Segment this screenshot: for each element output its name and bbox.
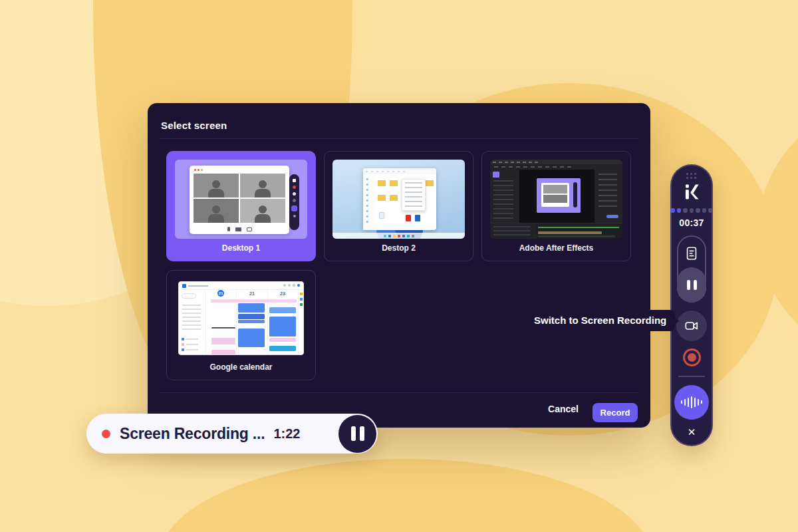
- avatar: [208, 214, 224, 223]
- avatar: [212, 180, 220, 188]
- video-tile: [543, 195, 567, 203]
- windows-taskbar: [332, 233, 465, 239]
- mini-close-icon: [293, 215, 296, 217]
- record-button[interactable]: Record: [593, 403, 638, 422]
- tooltip-switch-to-screen-recording: Switch to Screen Recording: [525, 310, 675, 331]
- participant-tile: [194, 174, 239, 198]
- screen-card-google-calendar[interactable]: 21 21 23: [166, 270, 316, 380]
- ae-project-panel: [490, 170, 519, 223]
- participant-tile: [240, 199, 285, 223]
- calendar-addons-rail: [298, 290, 303, 354]
- event-block: [238, 303, 265, 313]
- mini-camera-icon: [293, 199, 296, 202]
- event-block: [238, 320, 265, 323]
- select-screen-modal: Select screen: [148, 103, 650, 428]
- avatar: [259, 180, 267, 188]
- script-notes-button[interactable]: [678, 237, 705, 270]
- mini-record-icon: [293, 186, 296, 189]
- now-line: [211, 327, 235, 329]
- recording-label: Screen Recording ...: [120, 425, 265, 443]
- call-controls: [190, 227, 289, 231]
- progress-dot: [702, 208, 707, 213]
- ae-effects-panel: [595, 170, 622, 223]
- record-icon: [688, 353, 696, 362]
- drag-handle[interactable]: [686, 173, 697, 180]
- avatar: [259, 205, 267, 213]
- taskbar-icon: [402, 235, 405, 237]
- taskbar-icon: [384, 235, 386, 237]
- taskbar-icon: [407, 235, 410, 237]
- drag-handle-dot: [694, 173, 696, 175]
- traffic-light-red: [194, 169, 196, 171]
- drag-handle-dot: [690, 173, 692, 175]
- script-notes-icon: [684, 246, 699, 261]
- ae-comp-mini-toolbar: [573, 182, 577, 207]
- mini-recorder-toolbar: [289, 174, 299, 230]
- switch-to-screen-recording-button[interactable]: [676, 311, 707, 341]
- header-icon: [293, 284, 295, 287]
- record-indicator-button[interactable]: [683, 348, 701, 366]
- progress-dot: [708, 208, 713, 213]
- waveform-bar: [701, 400, 703, 404]
- event-block: [269, 346, 296, 351]
- pause-button[interactable]: [677, 267, 706, 303]
- audio-waveform-button[interactable]: [674, 385, 709, 420]
- doc-file-icon: [415, 215, 420, 221]
- taskbar-icon: [398, 235, 400, 237]
- ae-comp-window: [541, 183, 569, 207]
- calendar-title-text: [188, 285, 208, 287]
- recording-progress-dots: [670, 208, 713, 213]
- avatar: [255, 189, 271, 198]
- divider: [160, 138, 638, 139]
- camera-icon: [235, 227, 241, 231]
- close-button[interactable]: ✕: [688, 427, 696, 437]
- card-label: Desktop 1: [167, 243, 315, 253]
- progress-dot: [670, 208, 675, 213]
- screen-card-desktop-1[interactable]: Desktop 1: [166, 151, 316, 261]
- explorer-sidebar: [363, 174, 374, 230]
- avatar: [297, 284, 300, 287]
- ae-comp-thumb: [493, 172, 499, 178]
- video-call-window: [190, 166, 289, 234]
- ae-blue-button: [606, 215, 618, 218]
- drag-handle-dot: [694, 177, 696, 179]
- pause-icon: [687, 280, 690, 290]
- participant-tile: [240, 174, 285, 198]
- screen-card-after-effects[interactable]: Adobe After Effects: [481, 151, 631, 261]
- file-explorer-window: [363, 168, 436, 230]
- day-number: 21: [249, 291, 255, 296]
- calendar-legend-swatch: [182, 338, 184, 340]
- screenshot-root: Select screen: [0, 0, 798, 532]
- drag-handle-dot: [686, 173, 688, 175]
- komodo-logo-icon: [685, 184, 699, 200]
- calendar-window: 21 21 23: [178, 281, 304, 355]
- window-traffic-lights: [194, 169, 203, 171]
- screen-card-desktop-2[interactable]: Destop 2: [324, 151, 473, 261]
- calendar-legend-label: [186, 349, 198, 350]
- script-pause-capsule: [677, 235, 706, 303]
- calendar-legend-swatch: [182, 348, 184, 351]
- participant-tile: [194, 199, 239, 223]
- card-label: Destop 2: [325, 243, 473, 253]
- calendar-logo-icon: [182, 284, 186, 288]
- modal-title: Select screen: [161, 120, 227, 131]
- ae-menubar: [490, 160, 622, 164]
- progress-dot: [696, 208, 700, 213]
- waveform-bar: [691, 396, 693, 408]
- windows-desktop-thumbnail: [332, 160, 465, 239]
- ae-timeline-work-area: [538, 227, 619, 228]
- cancel-button[interactable]: Cancel: [548, 404, 579, 414]
- pause-recording-button[interactable]: [338, 415, 376, 453]
- event-block: [269, 338, 296, 342]
- waveform-bar: [681, 400, 683, 404]
- day-number: 23: [280, 291, 285, 296]
- ae-layer-bar: [538, 235, 615, 237]
- progress-dot: [683, 208, 688, 213]
- ae-timeline: [490, 223, 622, 239]
- tooltip-text: Switch to Screen Recording: [534, 315, 666, 326]
- context-menu: [402, 179, 426, 211]
- ae-layer-bar: [538, 231, 602, 234]
- divider: [160, 392, 638, 393]
- addon-icon: [300, 303, 303, 306]
- pause-icon: [694, 280, 697, 290]
